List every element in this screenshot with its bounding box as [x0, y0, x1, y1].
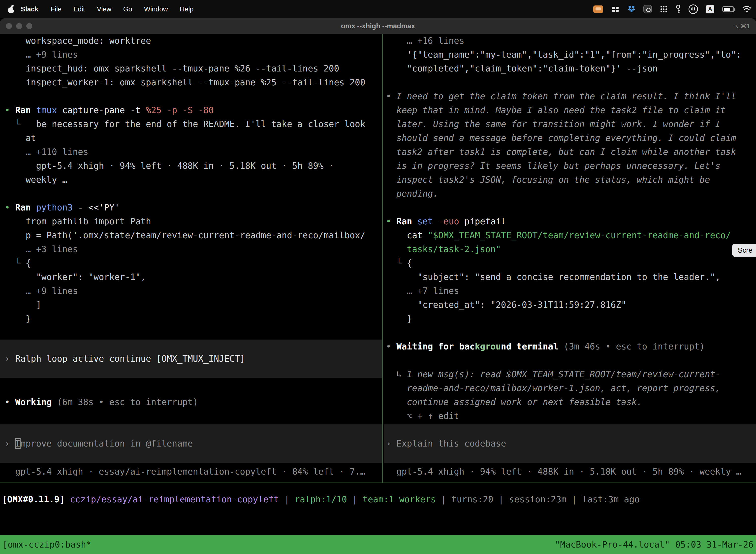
usage-gauge-icon[interactable]: 61 — [689, 4, 698, 14]
menu-edit[interactable]: Edit — [67, 5, 91, 13]
close-window-button[interactable] — [6, 23, 12, 29]
menu-go[interactable]: Go — [117, 5, 138, 13]
battery-nub — [734, 8, 736, 11]
terminal-line: continue assigned work or next feasible … — [384, 395, 756, 409]
terminal-line: readme-and-reco/mailbox/worker-1.json, a… — [384, 381, 756, 395]
terminal-line: task2 after task1 is complete, but can I… — [384, 145, 756, 159]
pane-divider[interactable] — [382, 34, 383, 483]
terminal-line: inspect_worker-1: omx sparkshell --tmux-… — [0, 75, 382, 89]
apple-menu-icon[interactable] — [8, 5, 14, 13]
key-icon[interactable] — [676, 4, 681, 14]
terminal-line: inspect_hud: omx sparkshell --tmux-pane … — [0, 62, 382, 75]
zoom-window-button[interactable] — [26, 23, 32, 29]
terminal-line: … +110 lines — [0, 145, 382, 159]
omx-session-status: [OMX#0.11.9] cczip/essay/ai-reimplementa… — [0, 492, 756, 506]
terminal-line: ⌥ + ↑ edit — [384, 409, 756, 423]
tmux-status-bar: [omx-cczip0:bash* "MacBook-Pro-44.local"… — [0, 535, 756, 554]
window-title: omx --xhigh --madmax — [0, 22, 756, 30]
app-grid-icon[interactable] — [660, 5, 668, 13]
keyboard-grid-icon[interactable] — [611, 5, 620, 13]
apple-leaf — [11, 4, 14, 7]
thinking-text: • I need to get the claim token from the… — [384, 89, 756, 103]
terminal-line: } — [384, 312, 756, 326]
ran-tmux-capture-line: • Ran tmux capture-pane -t %25 -p -S -80 — [0, 103, 382, 117]
prompt-input[interactable]: › Improve documentation in @filename — [0, 425, 382, 463]
terminal-line: └ be necessary for the end of the README… — [0, 117, 382, 131]
terminal-line: tasks/task-2.json" — [384, 242, 756, 256]
terminal-line: … +7 lines — [384, 284, 756, 298]
pane-bottom-border — [0, 483, 756, 483]
terminal-line: "subject": "send a concise recommendatio… — [384, 270, 756, 284]
terminal-line: "created_at": "2026-03-31T11:59:27.816Z" — [384, 298, 756, 312]
terminal-line: weekly … — [0, 173, 382, 187]
terminal-line: '{"team_name":"my-team","task_id":"1","f… — [384, 48, 756, 62]
terminal-line: at — [0, 131, 382, 145]
terminal-line: should send a message before completing … — [384, 131, 756, 145]
terminal: workspace_mode: worktree … +9 lines insp… — [0, 34, 756, 535]
waiting-status: • Waiting for background terminal (3m 46… — [384, 340, 756, 353]
ralph-loop-prompt[interactable]: › Ralph loop active continue [OMX_TMUX_I… — [0, 340, 382, 378]
menu-help[interactable]: Help — [174, 5, 200, 13]
terminal-line: "completed","claim_token":"claim-token"}… — [384, 62, 756, 75]
ran-python-line: • Ran python3 - <<'PY' — [0, 201, 382, 214]
screen-share-popover[interactable]: Scre — [732, 244, 756, 257]
terminal-line: ] — [0, 298, 382, 312]
menu-bar-status-icons: 61 A — [593, 4, 752, 14]
terminal-line: pending. — [384, 187, 756, 201]
terminal-line: └ { — [384, 256, 756, 270]
wifi-icon[interactable] — [742, 5, 752, 13]
terminal-line: gpt-5.4 xhigh · 94% left · 488K in · 5.1… — [0, 159, 382, 173]
input-source-icon[interactable]: A — [706, 5, 714, 13]
traffic-lights — [0, 23, 32, 29]
terminal-line: is in progress? It seems likely but perh… — [384, 159, 756, 173]
terminal-line: … +9 lines — [0, 284, 382, 298]
terminal-line: "worker": "worker-1", — [0, 270, 382, 284]
menu-bar: Slack File Edit View Go Window Help 61 A — [0, 0, 756, 18]
menu-view[interactable]: View — [91, 5, 117, 13]
dark-app-icon[interactable] — [643, 5, 652, 13]
battery-icon[interactable] — [722, 6, 734, 12]
terminal-line: inspect task2's JSON, focusing on the st… — [384, 173, 756, 187]
terminal-pane-left: workspace_mode: worktree … +9 lines insp… — [0, 34, 382, 483]
working-status: • Working (6m 38s • esc to interrupt) — [0, 395, 382, 409]
model-status-right: gpt-5.4 xhigh · 94% left · 488K in · 5.1… — [384, 465, 756, 479]
menubar-app-name[interactable]: Slack — [14, 5, 45, 13]
mailbox-notice: ↳ 1 new msg(s): read $OMX_TEAM_STATE_ROO… — [384, 367, 756, 381]
minimize-window-button[interactable] — [16, 23, 22, 29]
menu-window[interactable]: Window — [138, 5, 174, 13]
terminal-line: workspace_mode: worktree — [0, 34, 382, 48]
ran-set-line: • Ran set -euo pipefail — [384, 214, 756, 228]
window-title-bar: omx --xhigh --madmax ⌥⌘1 — [0, 18, 756, 34]
terminal-pane-right: … +16 lines '{"team_name":"my-team","tas… — [384, 34, 756, 483]
terminal-line: later. Using the same for transition mig… — [384, 117, 756, 131]
battery-fill — [724, 8, 730, 11]
omx-status-line: [OMX#0.11.9] cczip/essay/ai-reimplementa… — [0, 492, 756, 506]
terminal-line: p = Path('.omx/state/team/review-current… — [0, 228, 382, 242]
screen-recording-icon[interactable] — [593, 5, 603, 13]
tmux-host-clock: "MacBook-Pro-44.local" 05:03 31-Mar-26 — [555, 540, 754, 550]
terminal-line: … +9 lines — [0, 48, 382, 62]
menu-bar-left: Slack File Edit View Go Window Help — [8, 5, 199, 13]
terminal-line: … +3 lines — [0, 242, 382, 256]
menu-file[interactable]: File — [45, 5, 68, 13]
terminal-line: keep that in mind. Maybe I also need the… — [384, 103, 756, 117]
tmux-session-label: [omx-cczip0:bash* — [2, 540, 91, 550]
terminal-line: from pathlib import Path — [0, 214, 382, 228]
terminal-line: } — [0, 312, 382, 326]
model-status-left: gpt-5.4 xhigh · essay/ai-reimplementatio… — [0, 465, 382, 479]
window-shortcut-hint: ⌥⌘1 — [733, 22, 756, 30]
terminal-line: … +16 lines — [384, 34, 756, 48]
prompt-suggestion[interactable]: › Explain this codebase — [384, 425, 756, 463]
terminal-line: └ { — [0, 256, 382, 270]
dropbox-icon[interactable] — [628, 5, 635, 13]
terminal-line: cat "$OMX_TEAM_STATE_ROOT/team/review-cu… — [384, 228, 756, 242]
usage-gauge-value: 61 — [691, 7, 696, 12]
